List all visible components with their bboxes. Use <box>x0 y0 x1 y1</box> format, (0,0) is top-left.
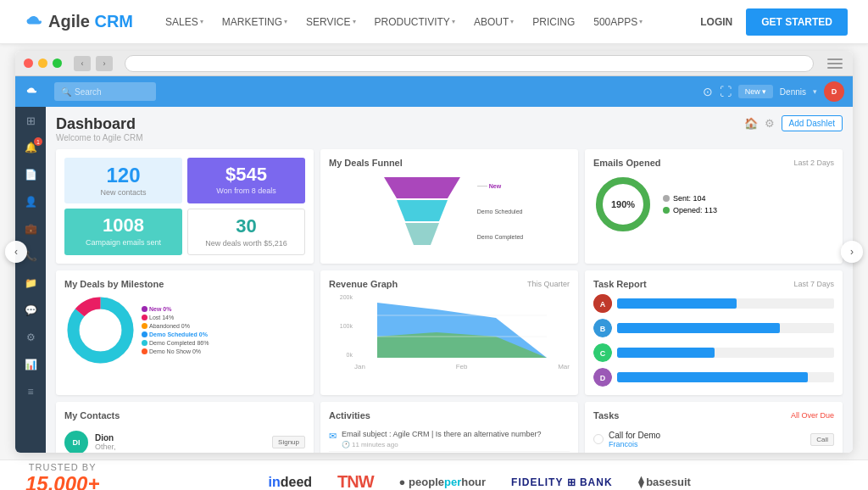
app-header-bar: 🔍 Search ⊙ ⛶ New▾ Dennis ▾ D <box>46 76 853 107</box>
sidebar-top-icon[interactable] <box>15 76 46 107</box>
browser-back-button[interactable]: ‹ <box>74 56 91 71</box>
nav-pricing[interactable]: PRICING <box>524 11 583 33</box>
login-button[interactable]: LOGIN <box>700 16 732 28</box>
revenue-chart <box>354 294 570 358</box>
sidebar-item-briefcase[interactable]: 💼 <box>15 215 46 242</box>
logo[interactable]: Agile CRM <box>20 12 133 31</box>
activity-item-1: ✉ Email subject : Agile CRM | Is there a… <box>329 427 570 453</box>
indeed-logo: indeed <box>269 475 313 490</box>
home-icon[interactable]: 🏠 <box>744 117 758 130</box>
svg-text:A: A <box>600 300 606 309</box>
search-placeholder: Search <box>75 87 102 97</box>
revenue-y-label-0k: 0k <box>329 352 353 358</box>
main-area: 🔍 Search ⊙ ⛶ New▾ Dennis ▾ D <box>46 76 853 453</box>
task-call-button[interactable]: Call <box>810 433 834 446</box>
won-value: $545 <box>196 164 297 185</box>
email-icon: ✉ <box>329 431 337 449</box>
new-contacts-value: 120 <box>73 164 174 187</box>
chevron-icon: ▾ <box>284 18 287 25</box>
task-bar-item-4: D <box>593 368 834 387</box>
add-dashlet-button[interactable]: Add Dashlet <box>782 115 843 131</box>
widget-row-1: 120 New contacts $545 Won from 8 deals 1… <box>56 149 843 264</box>
browser-bar: ‹ › <box>15 51 853 76</box>
campaign-label: Campaign emails sent <box>73 238 174 247</box>
emails-widget: Emails Opened Last 2 Days 190% <box>585 149 843 264</box>
nav-productivity[interactable]: PRODUCTIVITY▾ <box>366 11 464 33</box>
browser-menu-icon[interactable] <box>826 57 844 70</box>
nav-about[interactable]: ABOUT▾ <box>465 11 522 33</box>
nav-sales[interactable]: SALES▾ <box>157 11 212 33</box>
user-dropdown-icon[interactable]: ▾ <box>813 87 817 96</box>
sidebar-item-chat[interactable]: 💬 <box>15 297 46 324</box>
sidebar-item-grid[interactable]: ⊞ <box>15 107 46 134</box>
svg-marker-2 <box>405 223 439 245</box>
won-card: $545 Won from 8 deals <box>187 158 305 203</box>
browser-url-bar[interactable] <box>125 55 814 72</box>
tasks-title: Tasks <box>593 410 619 420</box>
sidebar-item-user[interactable]: 👤 <box>15 188 46 215</box>
task-sub: Francois <box>609 440 805 448</box>
sidebar-item-bell[interactable]: 🔔 1 <box>15 134 46 161</box>
svg-text:C: C <box>600 349 606 358</box>
activities-title: Activities <box>329 410 570 420</box>
nav-500apps[interactable]: 500APPS▾ <box>585 11 651 33</box>
milestone-labels: New 0% Lost 14% Abandoned 0% Demo Schedu… <box>142 306 305 354</box>
tasks-widget: Tasks All Over Due Call for Demo Francoi… <box>585 402 843 453</box>
activity-content: Email subject : Agile CRM | Is there an … <box>342 430 541 449</box>
revenue-y-label-200k: 200k <box>329 294 353 300</box>
browser-forward-button[interactable]: › <box>96 56 113 71</box>
help-icon[interactable]: ⊙ <box>703 85 713 98</box>
dashboard-content: Dashboard Welcome to Agile CRM 🏠 ⚙ Add D… <box>46 107 853 453</box>
get-started-button[interactable]: GET STARTED <box>746 8 848 36</box>
search-box[interactable]: 🔍 Search <box>54 82 156 101</box>
sidebar-item-doc[interactable]: 📄 <box>15 161 46 188</box>
svg-text:B: B <box>600 325 606 333</box>
milestone-pie-chart <box>64 294 136 366</box>
revenue-x-feb: Feb <box>456 363 468 370</box>
contact-avatar: DI <box>64 431 88 453</box>
task-report-title: Task Report <box>593 279 647 289</box>
next-arrow[interactable]: › <box>841 241 863 263</box>
emails-title: Emails Opened <box>593 158 660 168</box>
won-label: Won from 8 deals <box>196 187 297 195</box>
task-item-1: Call for Demo Francois Call <box>593 427 834 452</box>
widget-row-2: My Deals by Milestone <box>56 270 843 395</box>
new-contacts-label: New contacts <box>73 188 174 197</box>
user-avatar[interactable]: D <box>824 81 844 102</box>
chevron-icon: ▾ <box>639 18 643 25</box>
chevron-icon: ▾ <box>510 18 514 25</box>
browser-dot-yellow[interactable] <box>38 58 47 68</box>
new-button[interactable]: New▾ <box>738 85 773 98</box>
sidebar-item-bar[interactable]: ≡ <box>15 378 46 405</box>
fullscreen-icon[interactable]: ⛶ <box>720 85 732 98</box>
search-icon: 🔍 <box>61 87 71 97</box>
funnel-label-demo-comp: Demo Completed <box>477 234 523 240</box>
nav-service[interactable]: SERVICE▾ <box>298 11 364 33</box>
contact-signup-button[interactable]: Signup <box>272 436 305 448</box>
avatar-initials: D <box>832 87 837 96</box>
header-right: ⊙ ⛶ New▾ Dennis ▾ D <box>703 81 844 102</box>
browser-dot-red[interactable] <box>24 58 33 68</box>
prev-arrow[interactable]: ‹ <box>5 241 27 263</box>
sidebar-item-settings[interactable]: ⚙ <box>15 324 46 351</box>
settings-icon[interactable]: ⚙ <box>765 117 775 130</box>
task-bar-item-1: A <box>593 294 834 313</box>
sent-legend: Sent: 104 <box>673 194 706 203</box>
campaign-card: 1008 Campaign emails sent <box>64 209 182 254</box>
sidebar: ⊞ 🔔 1 📄 👤 💼 📞 📁 💬 ⚙ 📊 ≡ <box>15 76 46 453</box>
nav-marketing[interactable]: MARKETING▾ <box>214 11 296 33</box>
sidebar-item-chart[interactable]: 📊 <box>15 351 46 378</box>
stats-widget: 120 New contacts $545 Won from 8 deals 1… <box>56 149 314 264</box>
milestone-widget: My Deals by Milestone <box>56 270 314 395</box>
dashboard-header: Dashboard Welcome to Agile CRM 🏠 ⚙ Add D… <box>56 115 843 142</box>
logo-text: Agile CRM <box>48 12 133 31</box>
browser-dot-green[interactable] <box>53 58 62 68</box>
contacts-title: My Contacts <box>64 410 305 420</box>
cloud-icon <box>20 14 44 31</box>
browser-frame: ‹ › ⊞ 🔔 1 📄 <box>15 51 853 453</box>
task-report-period: Last 7 Days <box>793 280 834 288</box>
donut-label: 190% <box>611 199 635 209</box>
task-checkbox[interactable] <box>593 434 604 444</box>
sidebar-item-file[interactable]: 📁 <box>15 270 46 297</box>
task-info: Call for Demo Francois <box>609 431 805 448</box>
